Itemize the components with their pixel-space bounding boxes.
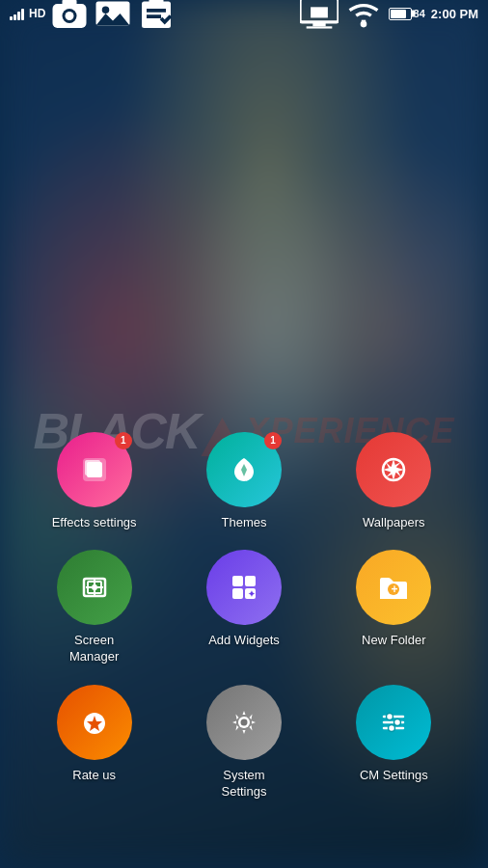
themes-badge: 1 — [264, 432, 282, 449]
app-row-1: 1 Effects settings 1 Themes — [19, 432, 469, 531]
svg-rect-13 — [312, 22, 325, 26]
svg-rect-18 — [85, 460, 100, 475]
svg-point-2 — [66, 12, 74, 20]
app-icon-wrapper-widgets: ✦ — [206, 550, 282, 625]
svg-point-39 — [394, 719, 401, 726]
svg-rect-10 — [147, 14, 161, 18]
svg-rect-3 — [63, 0, 77, 7]
svg-text:✦: ✦ — [248, 589, 256, 599]
add-widgets-icon: ✦ — [225, 568, 263, 607]
app-icon-cm — [356, 685, 431, 760]
app-item-add-widgets[interactable]: ✦ Add Widgets — [181, 550, 307, 649]
app-icon-screen: + — [57, 550, 132, 625]
app-icon-widgets: ✦ — [206, 550, 282, 625]
photo-icon — [94, 0, 132, 33]
svg-rect-8 — [149, 0, 164, 4]
app-icon-rate — [57, 685, 132, 760]
camera-icon — [50, 0, 89, 33]
svg-rect-27 — [245, 576, 256, 586]
add-widgets-label: Add Widgets — [208, 633, 280, 649]
svg-point-40 — [389, 725, 395, 732]
battery-indicator: 84 — [389, 8, 425, 20]
app-row-3: Rate us — [19, 685, 469, 800]
app-icon-wrapper-wallpapers — [356, 432, 431, 507]
clipboard-icon — [137, 0, 176, 33]
svg-rect-26 — [232, 576, 243, 586]
svg-rect-14 — [306, 26, 332, 28]
svg-point-5 — [102, 7, 110, 14]
signal-icon — [10, 7, 24, 20]
app-item-rate-us[interactable]: Rate us — [32, 685, 157, 784]
status-left: HD — [10, 0, 176, 33]
app-icon-wrapper-cm — [356, 685, 431, 760]
svg-rect-9 — [147, 9, 166, 13]
app-icon-wrapper-system — [206, 685, 282, 760]
svg-point-34 — [240, 719, 247, 726]
svg-text:+: + — [392, 583, 398, 596]
system-settings-label: System Settings — [221, 768, 266, 800]
app-item-screen-manager[interactable]: + Screen Manager — [32, 550, 157, 665]
app-item-new-folder[interactable]: + New Folder — [331, 550, 456, 649]
screen-manager-label: Screen Manager — [69, 633, 119, 665]
app-item-wallpapers[interactable]: Wallpapers — [331, 432, 456, 531]
app-icon-wrapper-folder: + — [356, 550, 431, 625]
hd-label: HD — [29, 7, 45, 20]
app-grid: 1 Effects settings 1 Themes — [0, 432, 488, 829]
app-item-cm-settings[interactable]: CM Settings — [331, 685, 456, 784]
new-folder-icon: + — [374, 568, 413, 607]
system-settings-icon — [225, 703, 263, 742]
wifi-icon — [344, 0, 383, 33]
app-icon-wrapper-rate — [57, 685, 132, 760]
app-icon-folder: + — [356, 550, 431, 625]
cast-icon — [300, 0, 339, 33]
svg-text:+: + — [93, 583, 98, 593]
cm-settings-label: CM Settings — [360, 768, 428, 784]
app-item-system-settings[interactable]: System Settings — [181, 685, 307, 800]
themes-label: Themes — [222, 515, 267, 531]
cm-settings-icon — [374, 703, 413, 742]
svg-point-38 — [387, 714, 393, 720]
svg-point-15 — [360, 21, 366, 28]
effects-icon — [75, 450, 114, 489]
new-folder-label: New Folder — [362, 633, 425, 649]
clock: 2:00 PM — [431, 7, 478, 21]
app-icon-wrapper-effects: 1 — [57, 432, 132, 507]
app-icon-system — [206, 685, 282, 760]
svg-rect-28 — [232, 588, 243, 599]
app-row-2: + Screen Manager ✦ Add Widgets — [19, 550, 469, 665]
rate-us-icon — [75, 703, 114, 742]
app-icon-wrapper-screen: + — [57, 550, 132, 625]
battery-level: 84 — [414, 8, 425, 19]
app-icon-wallpapers — [356, 432, 431, 507]
themes-icon — [225, 450, 263, 489]
effects-label: Effects settings — [52, 515, 137, 531]
status-right: 84 2:00 PM — [300, 0, 478, 33]
status-bar: HD — [0, 0, 488, 27]
app-icon-wrapper-themes: 1 — [206, 432, 282, 507]
wallpapers-icon — [374, 450, 413, 489]
svg-rect-12 — [311, 7, 328, 17]
wallpapers-label: Wallpapers — [363, 515, 425, 531]
effects-badge: 1 — [115, 432, 132, 449]
app-item-effects-settings[interactable]: 1 Effects settings — [32, 432, 157, 531]
app-item-themes[interactable]: 1 Themes — [181, 432, 307, 531]
rate-us-label: Rate us — [72, 768, 116, 784]
screen-manager-icon: + — [75, 568, 114, 607]
